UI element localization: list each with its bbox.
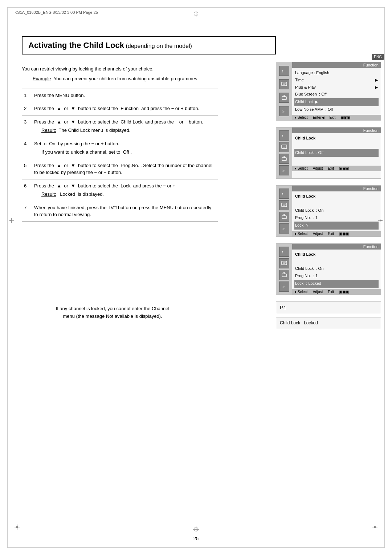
tv-icons-col-4: ♪ ☞ <box>276 244 292 295</box>
panel2-header: Function <box>292 127 381 133</box>
panel3-content: Child Lock Child Lock : On Prog.No. : 1 … <box>292 191 381 231</box>
hand-icon-3: ☞ <box>279 223 289 234</box>
settings-icon-3 <box>279 200 289 210</box>
antenna-icon-1 <box>279 93 289 103</box>
hand-icon-1: ☞ <box>279 106 289 116</box>
step-num-2: 2 <box>22 102 32 116</box>
panel4-header: Function <box>292 244 381 250</box>
panel1-footer: ● SelectEnter◀Exit▣▣▣ <box>292 115 381 120</box>
title-normal: (depending on the model) <box>124 43 192 49</box>
content-area: You can restrict viewing by locking the … <box>22 65 218 222</box>
bottom-note-line1: If any channel is locked, you cannot ent… <box>22 305 203 313</box>
panel3-row-2: Child Lock : On <box>295 207 378 214</box>
panel1-row-1: Time▶ <box>295 77 378 84</box>
bottom-note: If any channel is locked, you cannot ent… <box>22 305 203 320</box>
panel4-spacer <box>295 258 378 266</box>
svg-text:☞: ☞ <box>282 285 285 289</box>
svg-text:♪: ♪ <box>281 191 283 197</box>
step-content-1: Press the MENU button. <box>32 89 218 102</box>
channel-box: P.1 <box>276 301 381 314</box>
bottom-note-line2: menu (the message Not available is displ… <box>22 313 203 320</box>
step-content-2: Press the ▲ or ▼ button to select the Fu… <box>32 102 218 116</box>
step-num-3: 3 <box>22 115 32 137</box>
panel2-footer: ● SelectAdjustExit▣▣▣ <box>292 166 381 171</box>
svg-rect-17 <box>282 203 287 207</box>
svg-text:♪: ♪ <box>281 133 283 138</box>
svg-rect-28 <box>282 274 286 277</box>
antenna-icon-2 <box>279 154 289 164</box>
panel2-row-0: Child Lock <box>295 135 378 142</box>
panel1-row-4-highlighted: Child Lock▶ <box>294 98 379 106</box>
step-num-1: 1 <box>22 89 32 102</box>
music-icon: ♪ <box>279 66 289 76</box>
svg-text:☞: ☞ <box>282 109 285 114</box>
svg-text:♪: ♪ <box>281 250 283 255</box>
step-content-4: Set to On by pressing the − or + button.… <box>32 137 218 159</box>
step-num-4: 4 <box>22 137 32 159</box>
panel4-row-2: Child Lock : On <box>295 265 378 272</box>
panel4-content: Child Lock Child Lock : On Prog.No. : 1 … <box>292 250 381 289</box>
settings-icon-2 <box>279 142 289 152</box>
tv-screen-2: Function Child Lock Child Lock : Off ● S… <box>292 127 381 178</box>
svg-text:☞: ☞ <box>282 227 285 231</box>
tv-panel-4: ♪ ☞ Function Child Lock Child Lock : On <box>276 243 381 295</box>
step-row-2: 2 Press the ▲ or ▼ button to select the … <box>22 102 218 116</box>
bottom-center-crosshair <box>193 526 199 533</box>
panel1-header: Function <box>292 62 381 68</box>
panel1-row-5: Low Noise AMP : Off <box>295 106 378 113</box>
bottom-right-crosshair <box>372 524 377 530</box>
step-row-1: 1 Press the MENU button. <box>22 89 218 102</box>
tv-icons-col-2: ♪ ☞ <box>276 127 292 178</box>
example-text: You can prevent your children from watch… <box>52 76 199 81</box>
svg-text:♪: ♪ <box>281 69 283 74</box>
step-content-3: Press the ▲ or ▼ button to select the Ch… <box>32 115 218 137</box>
channel-prog: P.1 <box>280 304 377 312</box>
title-bold: Activating the Child Lock <box>28 41 124 50</box>
music-icon-2: ♪ <box>279 130 289 141</box>
panel2-spacer2 <box>295 157 378 164</box>
example-block: Example You can prevent your children fr… <box>33 76 218 81</box>
tv-icons-col-1: ♪ ☞ <box>276 62 292 120</box>
music-icon-3: ♪ <box>279 189 289 199</box>
svg-rect-1 <box>282 82 287 86</box>
svg-rect-20 <box>282 216 286 219</box>
panel2-spacer <box>295 142 378 149</box>
panel3-row-4-highlighted: Lock ? <box>294 222 379 230</box>
panel3-row-3: Prog.No. : 1 <box>295 214 378 222</box>
panel3-row-0: Child Lock <box>295 193 378 200</box>
panel2-row-2-highlighted: Child Lock : Off <box>294 149 379 157</box>
step-num-6: 6 <box>22 179 32 201</box>
settings-icon-1 <box>279 79 289 89</box>
svg-rect-9 <box>282 145 287 149</box>
crosshair-top <box>193 11 199 17</box>
settings-icon-4 <box>279 258 289 268</box>
tv-screen-3: Function Child Lock Child Lock : On Prog… <box>292 186 381 236</box>
panel4-row-0: Child Lock <box>295 251 378 258</box>
step-num-7: 7 <box>22 201 32 221</box>
panel3-footer: ● SelectAdjustExit▣▣▣ <box>292 231 381 236</box>
music-icon-4: ♪ <box>279 247 289 257</box>
svg-rect-4 <box>282 97 286 100</box>
antenna-icon-3 <box>279 212 289 222</box>
panel1-row-2: Plug & Play▶ <box>295 84 378 91</box>
svg-rect-12 <box>282 158 286 161</box>
step-row-4: 4 Set to On by pressing the − or + butto… <box>22 137 218 159</box>
antenna-icon-4 <box>279 270 289 280</box>
step-content-6: Press the ▲ or ▼ button to select the Lo… <box>32 179 218 201</box>
left-crosshair <box>9 218 14 223</box>
tv-screen-4: Function Child Lock Child Lock : On Prog… <box>292 244 381 295</box>
child-lock-status-box: Child Lock : Locked <box>276 317 381 329</box>
step-num-5: 5 <box>22 159 32 179</box>
step-row-6: 6 Press the ▲ or ▼ button to select the … <box>22 179 218 201</box>
result-label-3: Result: <box>41 127 56 133</box>
step-content-7: When you have finished, press the TV□ bu… <box>32 201 218 221</box>
bottom-left-crosshair <box>15 524 20 530</box>
hand-icon-4: ☞ <box>279 281 289 292</box>
svg-text:☞: ☞ <box>282 169 285 173</box>
page-number: 25 <box>193 536 199 541</box>
tv-screen-1: Function Language : English Time▶ Plug &… <box>292 62 381 120</box>
step-content-5: Press the ▲ or ▼ button to select the Pr… <box>32 159 218 179</box>
header-meta: KS1A_01602B_ENG 8/13/02 3:00 PM Page 25 <box>15 10 98 15</box>
right-crosshair <box>378 218 383 223</box>
panel4-row-3: Prog.No. : 1 <box>295 272 378 280</box>
